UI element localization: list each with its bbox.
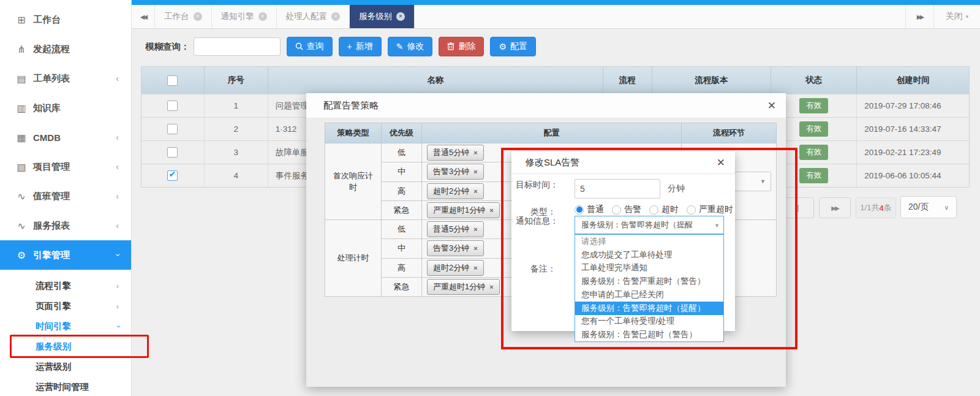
submenu-item-process-engine[interactable]: 流程引擎 ‹	[0, 276, 131, 296]
sla-tag[interactable]: 普通5分钟×	[427, 221, 484, 237]
pagination-suffix: 条	[884, 202, 892, 213]
submenu-item-operation-time-mgmt[interactable]: 运营时间管理	[0, 377, 131, 396]
sla-tag-label: 严重超时1分钟	[433, 281, 485, 292]
dropdown-option[interactable]: 工单处理完毕通知	[575, 262, 723, 275]
radio-timeout[interactable]: 超时	[649, 204, 679, 215]
dropdown-option[interactable]: 服务级别：告警严重超时（警告）	[575, 275, 723, 288]
sidebar-item-ticket-list[interactable]: ▤ 工单列表 ‹	[0, 64, 131, 93]
submenu-item-time-engine[interactable]: 时间引擎 ‹	[0, 316, 131, 337]
tabs-collapse-button[interactable]: ◀◀	[132, 5, 155, 28]
dropdown-option[interactable]: 您成功提交了工单待处理	[575, 248, 723, 262]
tag-close-icon[interactable]: ×	[473, 188, 477, 195]
tabbar-right-controls: ▶▶ 关闭 ▾	[905, 5, 980, 28]
sidebar-item-knowledge-base[interactable]: ▥ 知识库	[0, 93, 131, 123]
dropdown-option[interactable]: 您有一个工单待受理/处理	[575, 315, 723, 329]
row-checkbox-checked[interactable]: ✔	[167, 170, 178, 181]
select-all-checkbox[interactable]	[167, 75, 178, 86]
priority-cell: 中	[382, 239, 422, 258]
row-checkbox[interactable]	[167, 101, 178, 111]
tab-handler-config[interactable]: 处理人配置 ×	[277, 5, 350, 28]
next-page-button[interactable]: |	[782, 197, 814, 218]
sla-tag[interactable]: 超时2分钟×	[427, 260, 484, 276]
fuzzy-search-input[interactable]	[194, 37, 281, 56]
list-icon: ▤	[15, 73, 28, 85]
column-header-status: 状态	[771, 67, 857, 94]
add-button[interactable]: + 新增	[339, 37, 382, 56]
dropdown-option[interactable]: 服务级别：告警已超时（警告）	[575, 328, 723, 341]
configure-button[interactable]: ⚙ 配置	[490, 37, 536, 56]
sidebar-item-engine-mgmt[interactable]: ⚙ 引擎管理 ‹	[0, 240, 131, 270]
modal-header: 配置告警策略 ✕	[306, 93, 786, 118]
tag-close-icon[interactable]: ×	[473, 264, 477, 272]
page-size-value: 20/页	[908, 202, 929, 213]
tag-close-icon[interactable]: ×	[473, 168, 477, 175]
tab-close-icon[interactable]: ×	[194, 12, 202, 21]
target-time-input[interactable]	[575, 179, 660, 199]
radio-alert[interactable]: 告警	[612, 204, 641, 215]
policy-type-cell: 处理计时	[325, 220, 382, 297]
tabs-expand-button[interactable]: ▶▶	[905, 5, 933, 28]
chevron-down-icon: ‹	[113, 325, 122, 327]
status-badge: 有效	[799, 98, 828, 113]
tag-close-icon[interactable]: ×	[473, 245, 477, 252]
modal-title: 配置告警策略	[323, 100, 379, 112]
close-tabs-dropdown[interactable]: 关闭 ▾	[933, 5, 980, 28]
sidebar-item-label: 发起流程	[33, 44, 70, 55]
row-created: 2019-07-29 17:08:46	[857, 94, 969, 117]
toolbar: 模糊查询： 查询 + 新增 ✎ 修改 删除 ⚙ 配置	[132, 29, 980, 64]
chevron-left-icon: ‹	[116, 132, 119, 142]
tag-close-icon[interactable]: ×	[473, 149, 477, 156]
radio-normal[interactable]: 普通	[575, 204, 604, 215]
sidebar-item-workbench[interactable]: ⊞ 工作台	[0, 5, 131, 34]
sidebar-item-cmdb[interactable]: ▦ CMDB ‹	[0, 123, 131, 152]
page-size-select[interactable]: 20/页 ∨	[900, 196, 957, 218]
tab-service-level[interactable]: 服务级别 ×	[350, 5, 415, 28]
sla-tag-label: 告警3分钟	[433, 166, 469, 177]
dropdown-option-selected[interactable]: 服务级别：告警即将超时（提醒）	[575, 302, 723, 315]
row-seq: 2	[205, 118, 268, 140]
tag-close-icon[interactable]: ×	[473, 226, 477, 233]
database-icon: ▦	[15, 132, 28, 143]
sidebar-item-start-process[interactable]: ⋔ 发起流程	[0, 34, 131, 64]
delete-button[interactable]: 删除	[439, 37, 484, 56]
sla-tag[interactable]: 超时2分钟×	[427, 183, 484, 199]
target-time-unit: 分钟	[668, 183, 685, 194]
query-button[interactable]: 查询	[287, 37, 333, 56]
sidebar-item-project-mgmt[interactable]: ▧ 项目管理 ‹	[0, 152, 131, 181]
pagination-prefix: 1/1共	[860, 202, 879, 213]
submenu-item-operation-level[interactable]: 运营级别	[0, 357, 131, 377]
sla-tag[interactable]: 告警3分钟×	[427, 164, 484, 180]
radio-label: 严重超时	[699, 204, 733, 215]
sla-tag[interactable]: 严重超时1分钟×	[427, 202, 500, 218]
sla-tag[interactable]: 严重超时1分钟×	[427, 279, 500, 295]
sidebar-item-service-report[interactable]: ∿ 服务报表 ‹	[0, 211, 131, 240]
tag-close-icon[interactable]: ×	[489, 207, 493, 214]
policy-col-priority: 优先级	[382, 123, 422, 143]
edit-button[interactable]: ✎ 修改	[388, 37, 433, 56]
row-checkbox[interactable]	[167, 124, 178, 134]
tab-close-icon[interactable]: ×	[331, 12, 340, 21]
close-icon[interactable]: ✕	[767, 99, 776, 112]
plus-icon: +	[347, 42, 352, 51]
dropdown-option[interactable]: 您申请的工单已经关闭	[575, 288, 723, 302]
radio-severe-timeout[interactable]: 严重超时	[687, 204, 733, 215]
sla-tag-label: 超时2分钟	[433, 186, 469, 197]
radio-icon	[649, 205, 658, 215]
tab-notify-engine[interactable]: 通知引擎 ×	[212, 5, 277, 28]
tag-close-icon[interactable]: ×	[489, 283, 493, 291]
sla-tag[interactable]: 普通5分钟×	[427, 145, 484, 161]
submenu-item-service-level[interactable]: 服务级别	[0, 337, 131, 357]
sidebar-item-label: 引擎管理	[33, 249, 70, 261]
row-checkbox[interactable]	[167, 147, 178, 158]
sla-tag[interactable]: 告警3分钟×	[427, 240, 484, 256]
submenu-item-page-engine[interactable]: 页面引擎 ‹	[0, 296, 131, 316]
dropdown-option[interactable]: 请选择	[575, 235, 723, 248]
sidebar-item-duty-mgmt[interactable]: ∿ 值班管理 ‹	[0, 181, 131, 211]
type-radio-group: 普通 告警 超时 严重超时	[575, 204, 733, 215]
tab-close-icon[interactable]: ×	[396, 12, 405, 21]
notify-message-select[interactable]: 服务级别：告警即将超时（提醒 ▼	[575, 216, 724, 234]
tab-workbench[interactable]: 工作台 ×	[155, 5, 212, 28]
close-icon[interactable]: ✕	[717, 156, 725, 169]
last-page-button[interactable]: ▶▶	[819, 197, 851, 218]
tab-close-icon[interactable]: ×	[258, 12, 267, 21]
